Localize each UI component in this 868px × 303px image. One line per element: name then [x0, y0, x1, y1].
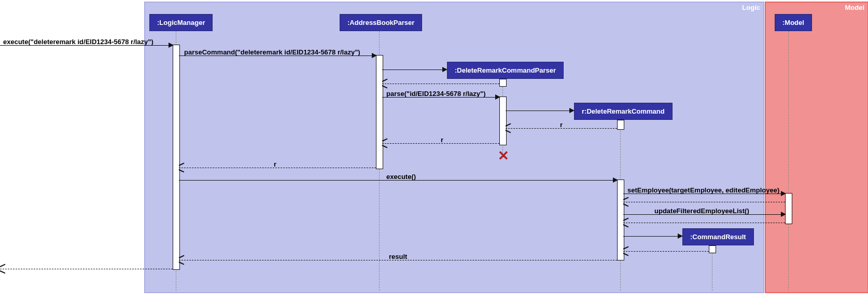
- arrowhead-execute: [169, 43, 174, 48]
- model-box: Model: [765, 2, 868, 293]
- activation-logic-manager: [173, 45, 180, 270]
- arrow-cr-return: [623, 251, 709, 252]
- arrow-create-cr: [623, 236, 682, 237]
- arrow-update-filtered-return: [623, 223, 785, 223]
- arrowhead-set-employee-return: [623, 199, 628, 204]
- arrowhead-return-drcp: [382, 81, 387, 86]
- lifeline-delete-remark-command: r:DeleteRemarkCommand: [574, 103, 673, 120]
- arrowhead-set-employee: [781, 191, 786, 196]
- lifeline-logic-manager: :LogicManager: [149, 14, 213, 31]
- arrowhead-parse-command: [372, 53, 377, 58]
- lifeline-delete-remark-command-parser: :DeleteRemarkCommandParser: [447, 62, 564, 79]
- arrowhead-create-drc: [569, 108, 575, 113]
- arrow-create-drc: [506, 111, 573, 111]
- lifeline-model: :Model: [775, 14, 812, 31]
- activation-drcp-2: [499, 97, 507, 145]
- arrow-r3: [179, 168, 376, 168]
- arrowhead-final-return: [0, 266, 5, 271]
- arrowhead-cr-return: [623, 249, 628, 254]
- msg-r2: r: [441, 136, 443, 144]
- msg-set-employee: setEmployee(targetEmployee, editedEmploy…: [627, 186, 779, 194]
- sequence-diagram: Logic Model :LogicManager :AddressBookPa…: [0, 0, 868, 303]
- dash-model: [788, 31, 789, 291]
- msg-execute2: execute(): [386, 173, 416, 181]
- arrowhead-create-drcp: [442, 67, 447, 72]
- logic-box-title: Logic: [742, 4, 760, 11]
- logic-box: Logic: [144, 2, 764, 293]
- lifeline-command-result: :CommandResult: [682, 228, 754, 245]
- activation-drc-1: [617, 120, 624, 130]
- msg-r1: r: [560, 121, 563, 129]
- arrowhead-result: [179, 257, 184, 263]
- activation-model: [785, 193, 792, 224]
- msg-parse-command: parseCommand("deleteremark id/EID1234-56…: [184, 48, 360, 56]
- msg-execute: execute("deleteremark id/EID1234-5678 r/…: [3, 38, 153, 46]
- activation-command-result: [709, 245, 716, 253]
- arrowhead-update-filtered-return: [623, 220, 628, 225]
- destroy-icon: ✕: [498, 148, 509, 164]
- arrowhead-r2: [382, 141, 387, 146]
- msg-update-filtered: updateFilteredEmployeeList(): [654, 207, 749, 215]
- arrowhead-create-cr: [678, 233, 683, 239]
- arrowhead-parse: [495, 94, 500, 100]
- arrow-set-employee-return: [623, 202, 785, 202]
- arrowhead-execute2: [613, 177, 618, 183]
- msg-result: result: [389, 253, 407, 260]
- arrow-final-return: [0, 269, 173, 269]
- activation-drcp-1: [499, 79, 507, 87]
- arrowhead-update-filtered: [781, 212, 786, 217]
- arrow-create-drcp: [382, 70, 446, 70]
- lifeline-address-book-parser: :AddressBookParser: [340, 14, 422, 31]
- msg-r3: r: [274, 160, 276, 168]
- arrowhead-r3: [179, 165, 184, 170]
- model-box-title: Model: [845, 4, 864, 11]
- msg-parse: parse("id/EID1234-5678 r/lazy"): [386, 90, 486, 98]
- arrow-return-drcp: [382, 84, 499, 84]
- arrowhead-r1: [506, 126, 511, 131]
- activation-address-book-parser: [376, 55, 383, 169]
